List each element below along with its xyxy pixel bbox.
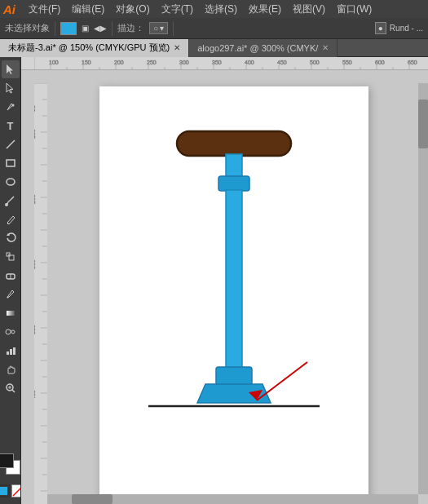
- canvas-content[interactable]: 50 100 200 300 350: [34, 70, 428, 504]
- svg-rect-26: [34, 57, 428, 70]
- stroke-area: [0, 484, 21, 497]
- svg-text:400: 400: [245, 60, 254, 65]
- svg-rect-99: [226, 190, 242, 369]
- color-boxes: [0, 450, 21, 501]
- fill-icon: ▣: [82, 24, 89, 33]
- scroll-thumb-v[interactable]: [418, 99, 428, 148]
- tool-scale[interactable]: [2, 248, 20, 266]
- svg-text:350: 350: [212, 60, 222, 65]
- tab-bar: 未标题-3.ai* @ 150% (CMYK/GPU 预览) ✕ alogo29…: [0, 39, 428, 57]
- scroll-horizontal[interactable]: [47, 494, 418, 504]
- menu-view[interactable]: 视图(V): [288, 1, 330, 18]
- svg-text:150: 150: [82, 60, 91, 65]
- svg-text:200: 200: [34, 194, 36, 204]
- tool-graph[interactable]: [2, 342, 20, 360]
- tool-pencil[interactable]: [2, 210, 20, 228]
- svg-text:600: 600: [375, 60, 385, 65]
- menu-edit[interactable]: 编辑(E): [67, 1, 109, 18]
- tool-eraser[interactable]: [2, 267, 20, 285]
- tool-eyedropper[interactable]: [2, 285, 20, 303]
- tool-pen[interactable]: [2, 98, 20, 116]
- svg-rect-19: [10, 349, 12, 355]
- svg-point-13: [7, 297, 8, 298]
- stroke-fill: [0, 487, 7, 495]
- svg-point-6: [5, 203, 8, 206]
- tool-gradient[interactable]: [2, 304, 20, 322]
- tool-line[interactable]: [2, 135, 20, 153]
- tab-1-label: 未标题-3.ai* @ 150% (CMYK/GPU 预览): [8, 42, 170, 54]
- menu-file[interactable]: 文件(F): [24, 1, 65, 18]
- toolbar: T: [0, 57, 21, 504]
- scroll-vertical[interactable]: [418, 83, 428, 494]
- ruler-left: 50 100 200 300 350: [34, 83, 47, 504]
- svg-point-16: [11, 330, 15, 334]
- tool-blend[interactable]: [2, 323, 20, 341]
- ai-logo: Ai: [3, 2, 15, 16]
- svg-text:50: 50: [34, 105, 36, 112]
- tab-2-close[interactable]: ✕: [322, 43, 329, 52]
- tool-direct-selection[interactable]: [2, 79, 20, 97]
- pump-illustration: [99, 86, 368, 502]
- svg-rect-96: [177, 131, 291, 156]
- main-area: T: [0, 57, 428, 504]
- svg-line-102: [257, 362, 307, 400]
- svg-rect-97: [226, 154, 242, 177]
- tool-ellipse[interactable]: [2, 173, 20, 191]
- svg-text:550: 550: [342, 60, 352, 65]
- options-bar: 未选择对象 ▣ ◀▶ 描边： ○ ▾ ● Rund - ...: [0, 18, 428, 39]
- selection-label: 未选择对象: [5, 22, 50, 34]
- menu-select[interactable]: 选择(S): [200, 1, 242, 18]
- svg-line-25: [13, 486, 22, 496]
- svg-rect-63: [34, 83, 47, 504]
- artboard: [99, 86, 368, 502]
- svg-rect-98: [218, 176, 249, 191]
- circle-indicator: ●: [375, 22, 386, 34]
- tool-type[interactable]: T: [2, 117, 20, 135]
- stroke-dropdown[interactable]: ○ ▾: [149, 22, 168, 34]
- tool-selection[interactable]: [2, 60, 20, 78]
- svg-text:450: 450: [277, 60, 287, 65]
- tab-1[interactable]: 未标题-3.ai* @ 150% (CMYK/GPU 预览) ✕: [0, 39, 189, 57]
- stroke-box[interactable]: [0, 484, 10, 497]
- tool-rotate[interactable]: [2, 229, 20, 247]
- svg-text:400: 400: [34, 390, 36, 400]
- svg-point-5: [7, 179, 15, 185]
- svg-point-15: [6, 329, 11, 334]
- tool-rectangle[interactable]: [2, 154, 20, 172]
- ruler-top: 100 150 200 250 300 350 400 450: [21, 57, 428, 70]
- separator-1: [55, 21, 55, 36]
- svg-rect-14: [7, 311, 15, 316]
- menu-object[interactable]: 对象(O): [111, 1, 154, 18]
- svg-marker-1: [7, 83, 13, 93]
- stroke-label: 描边：: [117, 22, 144, 34]
- tool-zoom[interactable]: [2, 379, 20, 397]
- svg-text:250: 250: [147, 60, 157, 65]
- canvas-area[interactable]: 100 150 200 250 300 350 400 450: [21, 57, 428, 504]
- menu-type[interactable]: 文字(T): [157, 1, 198, 18]
- svg-point-2: [11, 104, 14, 107]
- tab-2[interactable]: alogo297.ai* @ 300% (CMYK/ ✕: [189, 39, 338, 57]
- menu-window[interactable]: 窗口(W): [332, 1, 377, 18]
- none-box[interactable]: [11, 484, 22, 497]
- fill-color-box[interactable]: [60, 22, 77, 35]
- scroll-thumb-h[interactable]: [72, 494, 113, 504]
- color-wrapper: [0, 453, 21, 476]
- svg-text:100: 100: [34, 129, 36, 139]
- tool-hand[interactable]: [2, 360, 20, 378]
- svg-line-22: [12, 390, 15, 392]
- tab-2-label: alogo297.ai* @ 300% (CMYK/: [197, 43, 318, 53]
- stroke-arrow: ▾: [160, 24, 164, 33]
- svg-text:100: 100: [49, 60, 59, 65]
- svg-text:350: 350: [34, 325, 36, 334]
- fg-color[interactable]: [0, 453, 14, 468]
- ruler-left-svg: 50 100 200 300 350: [34, 83, 47, 504]
- svg-line-3: [7, 140, 15, 148]
- svg-text:200: 200: [114, 60, 124, 65]
- tool-paintbrush[interactable]: [2, 192, 20, 210]
- menu-effect[interactable]: 效果(E): [244, 1, 286, 18]
- ruler-top-svg: 100 150 200 250 300 350 400 450: [34, 57, 428, 70]
- tab-1-close[interactable]: ✕: [174, 43, 180, 52]
- svg-text:650: 650: [408, 60, 417, 65]
- brush-label: Rund - ...: [390, 24, 423, 33]
- stroke-value: ○: [153, 24, 158, 33]
